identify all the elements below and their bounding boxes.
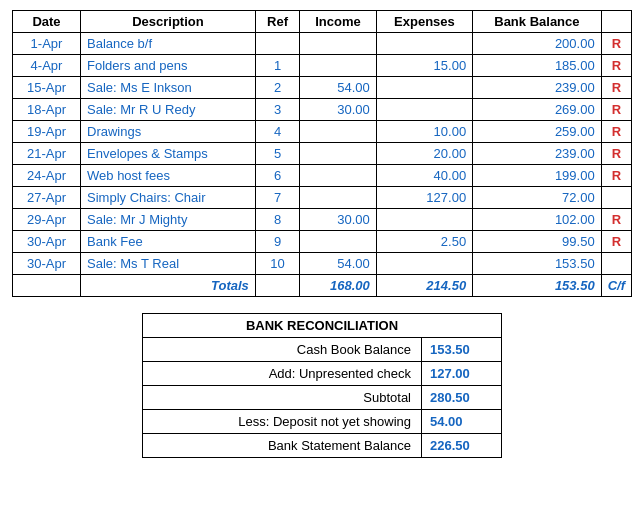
row-balance: 185.00 <box>473 55 602 77</box>
recon-row-label: Add: Unpresented check <box>143 362 422 386</box>
table-row: 27-AprSimply Chairs: Chair7127.0072.00 <box>13 187 632 209</box>
row-expenses <box>376 253 472 275</box>
recon-row-value: 153.50 <box>422 338 502 362</box>
col-flag <box>601 11 631 33</box>
row-ref: 5 <box>255 143 299 165</box>
row-date: 29-Apr <box>13 209 81 231</box>
table-row: 21-AprEnvelopes & Stamps520.00239.00R <box>13 143 632 165</box>
row-balance: 99.50 <box>473 231 602 253</box>
recon-row-value: 226.50 <box>422 434 502 458</box>
table-row: 15-AprSale: Ms E Inkson254.00239.00R <box>13 77 632 99</box>
row-expenses: 40.00 <box>376 165 472 187</box>
reconciliation-table: BANK RECONCILIATION Cash Book Balance153… <box>142 313 502 458</box>
col-expenses: Expenses <box>376 11 472 33</box>
row-income: 54.00 <box>300 253 377 275</box>
row-flag: R <box>601 165 631 187</box>
row-income <box>300 231 377 253</box>
row-income <box>300 187 377 209</box>
recon-row-value: 127.00 <box>422 362 502 386</box>
recon-row: Bank Statement Balance226.50 <box>143 434 502 458</box>
row-expenses: 15.00 <box>376 55 472 77</box>
row-date: 30-Apr <box>13 253 81 275</box>
row-flag: R <box>601 143 631 165</box>
row-date: 30-Apr <box>13 231 81 253</box>
row-flag: R <box>601 77 631 99</box>
table-row: 30-AprSale: Ms T Real1054.00153.50 <box>13 253 632 275</box>
row-income <box>300 143 377 165</box>
row-flag: R <box>601 231 631 253</box>
row-desc: Folders and pens <box>81 55 256 77</box>
row-income <box>300 33 377 55</box>
table-row: 24-AprWeb host fees640.00199.00R <box>13 165 632 187</box>
row-expenses: 127.00 <box>376 187 472 209</box>
row-date: 27-Apr <box>13 187 81 209</box>
row-flag <box>601 187 631 209</box>
row-ref <box>255 33 299 55</box>
totals-balance: 153.50 <box>473 275 602 297</box>
row-balance: 102.00 <box>473 209 602 231</box>
row-expenses <box>376 209 472 231</box>
totals-row: Totals 168.00 214.50 153.50 C/f <box>13 275 632 297</box>
row-balance: 239.00 <box>473 143 602 165</box>
row-balance: 239.00 <box>473 77 602 99</box>
col-balance: Bank Balance <box>473 11 602 33</box>
recon-title: BANK RECONCILIATION <box>143 314 502 338</box>
row-balance: 259.00 <box>473 121 602 143</box>
table-row: 19-AprDrawings410.00259.00R <box>13 121 632 143</box>
totals-expenses: 214.50 <box>376 275 472 297</box>
recon-row-label: Subtotal <box>143 386 422 410</box>
totals-date-cell <box>13 275 81 297</box>
row-date: 18-Apr <box>13 99 81 121</box>
row-expenses: 20.00 <box>376 143 472 165</box>
row-ref: 7 <box>255 187 299 209</box>
row-ref: 4 <box>255 121 299 143</box>
recon-row: Cash Book Balance153.50 <box>143 338 502 362</box>
row-date: 24-Apr <box>13 165 81 187</box>
cashbook-table: Date Description Ref Income Expenses Ban… <box>12 10 632 297</box>
recon-row: Subtotal280.50 <box>143 386 502 410</box>
row-expenses: 2.50 <box>376 231 472 253</box>
totals-flag: C/f <box>601 275 631 297</box>
row-income <box>300 55 377 77</box>
row-date: 19-Apr <box>13 121 81 143</box>
row-desc: Sale: Mr J Mighty <box>81 209 256 231</box>
table-row: 29-AprSale: Mr J Mighty830.00102.00R <box>13 209 632 231</box>
col-ref: Ref <box>255 11 299 33</box>
row-ref: 9 <box>255 231 299 253</box>
row-ref: 1 <box>255 55 299 77</box>
col-income: Income <box>300 11 377 33</box>
recon-row-value: 280.50 <box>422 386 502 410</box>
row-balance: 200.00 <box>473 33 602 55</box>
row-ref: 2 <box>255 77 299 99</box>
table-row: 4-AprFolders and pens115.00185.00R <box>13 55 632 77</box>
row-date: 21-Apr <box>13 143 81 165</box>
row-income <box>300 165 377 187</box>
row-ref: 10 <box>255 253 299 275</box>
row-ref: 6 <box>255 165 299 187</box>
row-flag: R <box>601 209 631 231</box>
recon-row: Add: Unpresented check127.00 <box>143 362 502 386</box>
row-date: 1-Apr <box>13 33 81 55</box>
row-desc: Bank Fee <box>81 231 256 253</box>
row-expenses <box>376 33 472 55</box>
row-flag <box>601 253 631 275</box>
row-balance: 199.00 <box>473 165 602 187</box>
row-flag: R <box>601 99 631 121</box>
row-expenses <box>376 77 472 99</box>
row-ref: 3 <box>255 99 299 121</box>
row-balance: 269.00 <box>473 99 602 121</box>
totals-ref-cell <box>255 275 299 297</box>
row-desc: Sale: Mr R U Redy <box>81 99 256 121</box>
col-date: Date <box>13 11 81 33</box>
recon-row-value: 54.00 <box>422 410 502 434</box>
recon-row: Less: Deposit not yet showing54.00 <box>143 410 502 434</box>
row-date: 15-Apr <box>13 77 81 99</box>
recon-row-label: Less: Deposit not yet showing <box>143 410 422 434</box>
row-income: 30.00 <box>300 99 377 121</box>
totals-income: 168.00 <box>300 275 377 297</box>
row-income <box>300 121 377 143</box>
row-desc: Balance b/f <box>81 33 256 55</box>
row-expenses: 10.00 <box>376 121 472 143</box>
row-income: 30.00 <box>300 209 377 231</box>
row-desc: Drawings <box>81 121 256 143</box>
